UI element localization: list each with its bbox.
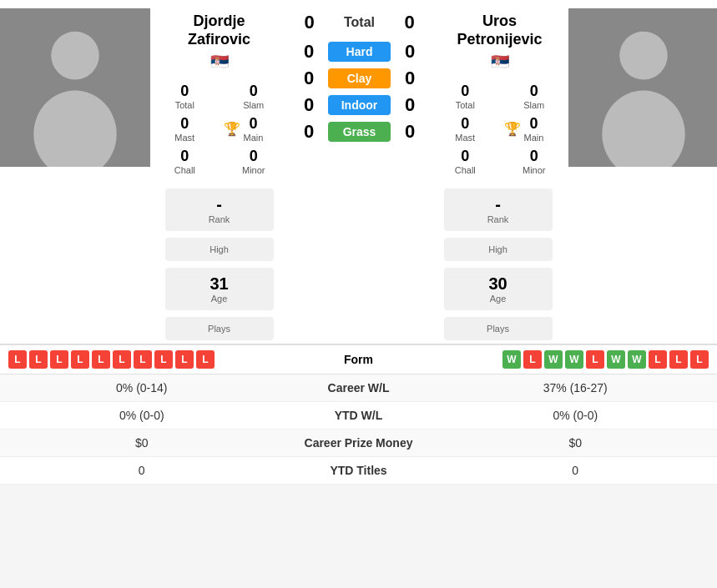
right-ytd-wl: 0% (0-0) [442, 409, 709, 422]
hard-button: Hard [328, 42, 391, 62]
left-age-label: Age [211, 294, 228, 304]
svg-point-2 [619, 32, 668, 80]
grass-button: Grass [328, 122, 391, 142]
svg-point-0 [51, 32, 99, 80]
grass-left-score: 0 [296, 121, 321, 143]
indoor-surface-row: 0 Indoor 0 [296, 94, 422, 116]
left-stats-panel: - Rank High 31 Age Plays [150, 185, 288, 344]
right-prize: $0 [442, 436, 709, 450]
left-form-badges: LLLLLLLLLL [8, 350, 309, 369]
right-rank-label: Rank [487, 214, 509, 224]
ytd-titles-label: YTD Titles [275, 464, 442, 477]
right-plays-label: Plays [487, 324, 509, 334]
right-trophy-main-cell: 🏆 0 Main [504, 113, 565, 144]
right-trophy-icon: 🏆 [504, 121, 521, 137]
left-chall-cell: 0 Chall [154, 146, 215, 177]
left-mast-label: Mast [174, 133, 194, 143]
left-minor-label: Minor [242, 165, 265, 175]
left-rank-card: - Rank [165, 188, 274, 231]
right-total-label: Total [456, 100, 475, 110]
left-player-info: Djordje Zafirovic 🇷🇸 0 Total 0 Slam 0 Ma… [150, 8, 288, 177]
left-rank-value: - [216, 195, 222, 214]
right-minor-label: Minor [523, 165, 546, 175]
left-ytd-titles: 0 [8, 464, 275, 477]
career-wl-row: 0% (0-14) Career W/L 37% (16-27) [0, 374, 717, 402]
left-plays-label: Plays [208, 324, 230, 334]
left-plays-card: Plays [165, 317, 274, 340]
left-total-cell: 0 Total [154, 81, 215, 112]
clay-left-score: 0 [296, 68, 321, 89]
left-player-name: Djordje Zafirovic [188, 13, 250, 48]
svg-point-3 [602, 90, 684, 167]
left-chall-value: 0 [180, 148, 189, 165]
left-minor-value: 0 [250, 148, 258, 165]
right-form-badge: L [523, 350, 542, 369]
left-total-label: Total [175, 100, 194, 110]
right-form-badge: L [669, 350, 688, 369]
right-form-badge: L [586, 350, 604, 369]
right-form-badge: L [690, 350, 709, 369]
right-ytd-titles: 0 [442, 464, 709, 477]
left-total-value: 0 [180, 83, 189, 100]
right-plays-card: Plays [444, 317, 553, 340]
indoor-left-score: 0 [296, 94, 321, 116]
left-form-badge: L [134, 350, 152, 369]
right-age-label: Age [490, 294, 507, 304]
left-trophy-icon: 🏆 [224, 121, 240, 137]
right-player-stats-grid: 0 Total 0 Slam 0 Mast 🏆 0 Main [435, 81, 564, 177]
right-slam-cell: 0 Slam [504, 81, 565, 112]
ytd-titles-row: 0 YTD Titles 0 [0, 457, 717, 485]
right-stats-panel: - Rank High 30 Age Plays [429, 185, 567, 344]
career-wl-label: Career W/L [275, 381, 442, 395]
right-age-value: 30 [488, 274, 507, 294]
total-left-score: 0 [297, 12, 322, 33]
right-player-flag: 🇷🇸 [491, 53, 509, 71]
hard-right-score: 0 [397, 41, 422, 63]
left-player-stats-grid: 0 Total 0 Slam 0 Mast 🏆 0 Main [154, 81, 284, 177]
left-player-photo [0, 8, 150, 167]
prize-label: Career Prize Money [275, 436, 442, 450]
right-total-value: 0 [461, 83, 469, 100]
right-form-badge: L [649, 350, 667, 369]
right-high-card: High [444, 238, 553, 261]
total-right-score: 0 [397, 12, 422, 33]
clay-surface-row: 0 Clay 0 [296, 68, 422, 89]
left-high-label: High [210, 244, 229, 254]
left-form-badge: L [29, 350, 48, 369]
left-slam-cell: 0 Slam [224, 81, 285, 112]
left-player-flag: 🇷🇸 [210, 53, 229, 71]
prize-row: $0 Career Prize Money $0 [0, 430, 717, 457]
total-label: Total [331, 15, 389, 30]
right-form-badge: W [628, 350, 646, 369]
right-player-info: Uros Petronijevic 🇷🇸 0 Total 0 Slam 0 Ma… [431, 8, 568, 177]
right-high-label: High [488, 244, 507, 254]
left-mast-cell: 0 Mast [154, 113, 215, 144]
right-rank-card: - Rank [444, 188, 553, 231]
right-form-badge: W [502, 350, 521, 369]
grass-right-score: 0 [397, 121, 422, 143]
left-high-card: High [165, 238, 274, 261]
hard-surface-row: 0 Hard 0 [296, 41, 422, 63]
form-label: Form [309, 353, 409, 366]
left-mast-value: 0 [180, 115, 189, 133]
form-row: LLLLLLLLLL Form WLWWLWWLLL [0, 344, 717, 374]
center-panel: 0 Total 0 0 Hard 0 0 Clay 0 0 Indoor 0 [288, 8, 431, 177]
middle-section: - Rank High 31 Age Plays - Rank High [0, 185, 717, 344]
right-slam-label: Slam [523, 100, 544, 110]
right-form-badge: W [565, 350, 583, 369]
right-chall-value: 0 [461, 148, 469, 165]
clay-right-score: 0 [397, 68, 422, 89]
left-main-label: Main [244, 133, 264, 143]
left-minor-cell: 0 Minor [224, 146, 285, 177]
right-player-photo [568, 8, 717, 167]
left-chall-label: Chall [174, 165, 195, 175]
left-slam-label: Slam [243, 100, 264, 110]
ytd-wl-row: 0% (0-0) YTD W/L 0% (0-0) [0, 402, 717, 430]
left-form-badge: L [113, 350, 131, 369]
total-scores-area: 0 Total 0 [296, 12, 422, 33]
left-form-badge: L [92, 350, 110, 369]
right-mast-cell: 0 Mast [435, 113, 496, 144]
right-rank-value: - [495, 195, 501, 214]
left-form-badge: L [71, 350, 89, 369]
right-main-value: 0 [529, 115, 538, 133]
